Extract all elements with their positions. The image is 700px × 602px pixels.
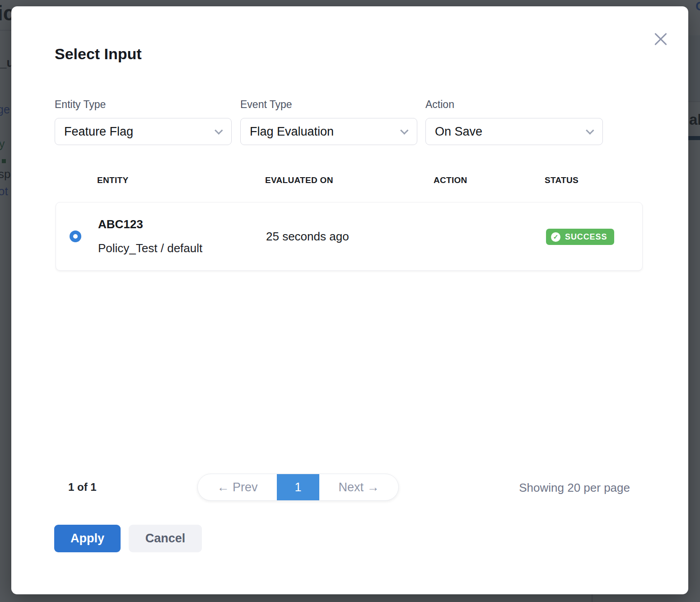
chevron-down-icon [586,126,594,134]
per-page-label: Showing 20 per page [519,481,630,495]
status-badge: ✓ SUCCESS [546,229,614,245]
page-summary: 1 of 1 [68,481,97,494]
filter-label: Event Type [240,99,417,111]
filter-label: Entity Type [55,99,232,111]
event-type-value: Flag Evaluation [250,125,334,139]
cancel-button[interactable]: Cancel [129,525,202,552]
filter-action: Action On Save [425,99,603,145]
close-button[interactable] [653,32,668,47]
table-row[interactable]: ABC123 Policy_Test / default 25 seconds … [56,202,643,271]
apply-button[interactable]: Apply [54,525,121,552]
column-header-entity: ENTITY [97,175,128,185]
entity-path: Policy_Test / default [98,241,202,255]
select-input-modal: Select Input Entity Type Feature Flag Ev… [11,6,688,594]
column-header-status: STATUS [545,175,579,185]
check-circle-icon: ✓ [551,232,560,242]
next-page-button[interactable]: Next → [319,474,398,500]
action-value: On Save [435,125,482,139]
chevron-down-icon [215,126,223,134]
evaluated-on-value: 25 seconds ago [266,230,349,244]
column-header-action: ACTION [434,175,467,185]
modal-title: Select Input [55,45,142,63]
close-icon [653,32,668,47]
screen: ic l_u ge y sp ot C al Select Input Enti… [0,0,700,602]
entity-type-value: Feature Flag [64,125,133,139]
filter-entity-type: Entity Type Feature Flag [55,99,232,145]
filter-event-type: Event Type Flag Evaluation [240,99,417,145]
filter-label: Action [425,99,603,111]
row-radio-selected[interactable] [70,230,81,242]
prev-page-button[interactable]: ← Prev [198,474,277,500]
event-type-select[interactable]: Flag Evaluation [240,118,417,145]
action-select[interactable]: On Save [425,118,603,145]
pager: ← Prev 1 Next → [197,474,399,501]
current-page-button[interactable]: 1 [277,474,319,500]
entity-type-select[interactable]: Feature Flag [55,118,232,145]
entity-name: ABC123 [98,217,143,231]
status-label: SUCCESS [565,232,607,242]
chevron-down-icon [400,126,408,134]
column-header-evaluated-on: EVALUATED ON [265,175,333,185]
